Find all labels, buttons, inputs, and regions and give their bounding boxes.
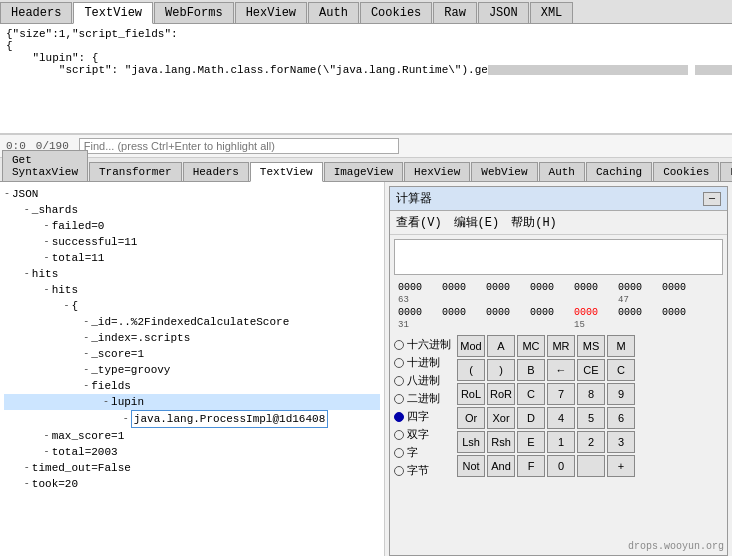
tab-webview[interactable]: WebView: [471, 162, 537, 181]
tree-node[interactable]: -successful=11: [4, 234, 380, 250]
radix-label: 八进制: [407, 373, 440, 388]
calc-button-8[interactable]: 8: [577, 383, 605, 405]
tree-node[interactable]: -max_score=1: [4, 428, 380, 444]
calc-button-([interactable]: (: [457, 359, 485, 381]
calc-menu-view[interactable]: 查看(V): [396, 214, 442, 231]
tab-caching[interactable]: Caching: [586, 162, 652, 181]
calc-button-MR[interactable]: MR: [547, 335, 575, 357]
calc-button-And[interactable]: And: [487, 455, 515, 477]
calc-button-Lsh[interactable]: Lsh: [457, 431, 485, 453]
tab-mid-hexview[interactable]: HexView: [404, 162, 470, 181]
radix-option[interactable]: 八进制: [394, 373, 451, 388]
radix-option[interactable]: 十六进制: [394, 337, 451, 352]
tree-node[interactable]: -hits: [4, 282, 380, 298]
calc-minimize-button[interactable]: —: [703, 192, 721, 206]
tab-textview[interactable]: TextView: [73, 2, 153, 24]
calc-button-B[interactable]: B: [517, 359, 545, 381]
calc-button-C[interactable]: C: [517, 383, 545, 405]
tab-webforms[interactable]: WebForms: [154, 2, 234, 23]
tree-node-text: hits: [52, 282, 78, 298]
calc-button-Xor[interactable]: Xor: [487, 407, 515, 429]
tree-expand-icon: -: [103, 394, 109, 410]
tree-node[interactable]: -took=20: [4, 476, 380, 492]
radix-label: 字节: [407, 463, 429, 478]
tab-mid-auth[interactable]: Auth: [539, 162, 585, 181]
calc-button-7[interactable]: 7: [547, 383, 575, 405]
calc-button-Not[interactable]: Not: [457, 455, 485, 477]
calc-button-6[interactable]: 6: [607, 407, 635, 429]
tree-node[interactable]: -fields: [4, 378, 380, 394]
radix-label: 十六进制: [407, 337, 451, 352]
radix-option[interactable]: 十进制: [394, 355, 451, 370]
calc-button-C[interactable]: C: [607, 359, 635, 381]
tree-node[interactable]: -hits: [4, 266, 380, 282]
tab-json[interactable]: JSON: [478, 2, 529, 23]
tree-node[interactable]: -total=2003: [4, 444, 380, 460]
tree-node[interactable]: -{: [4, 298, 380, 314]
tree-node-text: total=2003: [52, 444, 118, 460]
calc-button-9[interactable]: 9: [607, 383, 635, 405]
calc-button-RoL[interactable]: RoL: [457, 383, 485, 405]
calc-button-MS[interactable]: MS: [577, 335, 605, 357]
tab-raw[interactable]: Raw: [433, 2, 477, 23]
tree-node[interactable]: -_score=1: [4, 346, 380, 362]
tab-hexview[interactable]: HexView: [235, 2, 307, 23]
tab-transformer[interactable]: Transformer: [89, 162, 182, 181]
calc-button-F[interactable]: F: [517, 455, 545, 477]
tab-mid-raw[interactable]: Raw: [720, 162, 732, 181]
tab-xml[interactable]: XML: [530, 2, 574, 23]
tab-auth[interactable]: Auth: [308, 2, 359, 23]
tree-expand-icon: -: [83, 330, 89, 346]
calc-button-←[interactable]: ←: [547, 359, 575, 381]
calc-menu-edit[interactable]: 编辑(E): [454, 214, 500, 231]
tab-imageview[interactable]: ImageView: [324, 162, 403, 181]
tree-node[interactable]: -java.lang.ProcessImpl@1d16408: [4, 410, 380, 428]
calc-display: [394, 239, 723, 275]
calc-button-2[interactable]: 2: [577, 431, 605, 453]
tab-mid-headers[interactable]: Headers: [183, 162, 249, 181]
calc-menu-help[interactable]: 帮助(H): [511, 214, 557, 231]
calc-button-Rsh[interactable]: Rsh: [487, 431, 515, 453]
radix-option[interactable]: 字节: [394, 463, 451, 478]
calc-button-Mod[interactable]: Mod: [457, 335, 485, 357]
tree-node[interactable]: -total=11: [4, 250, 380, 266]
tree-node-text: _shards: [32, 202, 78, 218]
radix-option[interactable]: 二进制: [394, 391, 451, 406]
calc-button-A[interactable]: A: [487, 335, 515, 357]
mid-tab-bar: Get SyntaxView Transformer Headers TextV…: [0, 158, 732, 182]
tab-get-syntaxview[interactable]: Get SyntaxView: [2, 150, 88, 181]
tree-node[interactable]: -failed=0: [4, 218, 380, 234]
radix-option[interactable]: 双字: [394, 427, 451, 442]
calc-button-E[interactable]: E: [517, 431, 545, 453]
calc-button-RoR[interactable]: RoR: [487, 383, 515, 405]
calc-button-M[interactable]: M: [607, 335, 635, 357]
top-content-area: {"size":1,"script_fields": { "lupin": { …: [0, 24, 732, 134]
tab-cookies[interactable]: Cookies: [360, 2, 432, 23]
calc-button-Or[interactable]: Or: [457, 407, 485, 429]
find-input[interactable]: [79, 138, 399, 154]
tab-headers[interactable]: Headers: [0, 2, 72, 23]
radix-option[interactable]: 四字: [394, 409, 451, 424]
calc-button-3[interactable]: 3: [607, 431, 635, 453]
find-bar: 0:0 0/190: [0, 134, 732, 158]
tree-node[interactable]: -lupin: [4, 394, 380, 410]
calc-button-0[interactable]: 0: [547, 455, 575, 477]
tree-node[interactable]: -_type=groovy: [4, 362, 380, 378]
tree-node[interactable]: -_index=.scripts: [4, 330, 380, 346]
calc-button-5[interactable]: 5: [577, 407, 605, 429]
content-line4: "script": "java.lang.Math.class.forName(…: [6, 64, 726, 76]
tab-mid-textview[interactable]: TextView: [250, 162, 323, 182]
tree-node[interactable]: -_id=..%2FindexedCalculateScore: [4, 314, 380, 330]
tree-node[interactable]: -_shards: [4, 202, 380, 218]
calc-button-)[interactable]: ): [487, 359, 515, 381]
calc-button-1[interactable]: 1: [547, 431, 575, 453]
calc-button-MC[interactable]: MC: [517, 335, 545, 357]
calc-button-+[interactable]: +: [607, 455, 635, 477]
tree-node[interactable]: -JSON: [4, 186, 380, 202]
tab-mid-cookies[interactable]: Cookies: [653, 162, 719, 181]
calc-button-D[interactable]: D: [517, 407, 545, 429]
radix-option[interactable]: 字: [394, 445, 451, 460]
calc-button-CE[interactable]: CE: [577, 359, 605, 381]
calc-button-4[interactable]: 4: [547, 407, 575, 429]
tree-node[interactable]: -timed_out=False: [4, 460, 380, 476]
